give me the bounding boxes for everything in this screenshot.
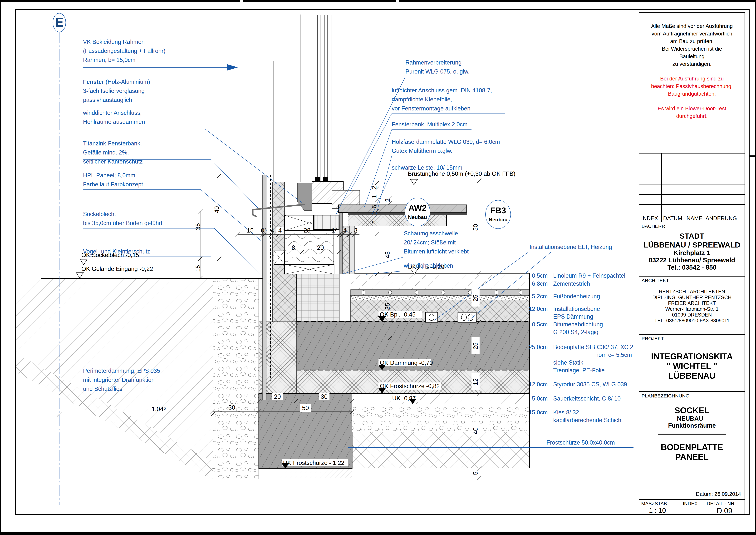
layer-list: 0,5cm Linoleum R9 + Feinspachtel 6,8cm Z… [529, 272, 633, 423]
ann-leiste: schwarze Leiste, 10/ 15mm [392, 164, 462, 171]
dim-c40-box: 40 [472, 422, 479, 439]
architekt-line2: DIPL.-ING. GÜNTHER RENTZSCH [639, 295, 744, 300]
gk-board [349, 226, 355, 274]
ann-perimeter-3: und Schutzflies [83, 385, 122, 392]
footer-div-2 [705, 500, 705, 514]
ann-fenster-2: 3-fach Isolierverglasung [83, 88, 145, 94]
rev-row-3 [639, 184, 744, 184]
ann-luftdicht-3: vor Fenstermontage aufkleben [392, 105, 471, 112]
note-black-3: am Bau zu prüfen. [639, 38, 744, 45]
list-4-text: EPS Dämmung [553, 313, 593, 320]
note-red-3: Baugrundgutachten. [639, 90, 744, 98]
plan-title: SOCKEL [639, 406, 744, 415]
ann-installebene: Installationsebene ELT, Heizung [529, 244, 612, 250]
dim-f20: 20 [274, 393, 281, 400]
dim-f30b: 30 [229, 404, 235, 411]
ann-vk-2: (Fassadengestaltung + Fallrohr) [83, 47, 165, 54]
ann-vk-1: VK Bekleidung Rahmen [83, 39, 145, 45]
ann-schaumglas-1: Schaumglasschwelle, [404, 230, 460, 237]
dim-c12-box: 12 [472, 373, 479, 390]
ann-fensterbank: Fensterbank, Multiplex 2,0cm [392, 121, 468, 128]
level-marker-open4 [410, 179, 418, 185]
list-5-text: Bitumenabdichtung [553, 321, 603, 328]
maszstab-label: MASZSTAB [641, 501, 667, 506]
ann-fenster-rest: (Holz-Aluminium) [104, 78, 150, 85]
architekt-line3: FREIER ARCHITEKT [639, 300, 744, 306]
drawing-sheet: E AW2 Neubau FB3 Neubau 15 0⁸ 4 4 28 1⁸ … [0, 0, 756, 535]
bauherr-line5: Tel.: 03542 - 850 [639, 264, 744, 271]
note-black-2: vom Auftragnehmer verantwortlich [639, 30, 744, 38]
ann-schaumglas-2: 20/ 24cm; Stöße mit [404, 239, 456, 246]
footer-row: MASZSTAB 1 : 10 INDEX DETAIL - NR. D 09 [639, 500, 745, 514]
plan-sub1: NEUBAU - [639, 415, 744, 422]
list-2-size: 5,2cm [532, 293, 548, 299]
ann-titanzink-2: Gefälle mind. 2%, [83, 149, 129, 156]
dim-8: 8 [292, 244, 295, 251]
dim-f30-box: 30 [319, 393, 330, 400]
index-label: INDEX [683, 501, 698, 506]
rev-row-2 [639, 174, 744, 174]
ann-frostschuerze: Frostschürze 50,0x40,0cm [547, 439, 615, 446]
aw2-sub: Neubau [408, 214, 427, 220]
zementestrich [351, 275, 529, 290]
dim-20i: 20 [317, 244, 324, 251]
list-12-text: Sauerkeitsschicht, C 8/ 10 [553, 395, 621, 402]
plan-label: PLANBEZEICHNUNG [641, 393, 689, 399]
dim-c25b: 25 [472, 343, 479, 349]
level-marker-open1 [80, 259, 87, 265]
dim-a6: 6 [371, 205, 378, 208]
dim-c50: 50 [472, 224, 479, 231]
architekt-line5: 01099 DRESDEN [639, 312, 744, 318]
architekt-line4: Werner-Hartmann-Str. 1 [639, 306, 744, 312]
ann-winddicht-ab: winddicht abkleben [404, 262, 453, 269]
dim-3: 3 [354, 227, 357, 234]
dim-b2: 2 [384, 199, 391, 202]
dim-f30: 30 [321, 393, 328, 400]
list-8-text: nom c= 5,5cm [595, 352, 632, 358]
perimeter-insulation-upper [272, 274, 297, 322]
blinding-layer [352, 394, 529, 404]
list-0-text: Linoleum R9 + Feinspachtel [553, 272, 625, 279]
list-3-text: Installationsebene [553, 306, 600, 312]
list-12-size: 5,0cm [532, 395, 548, 402]
architekt-line6: TEL. 0351/8809010 FAX 8809011 [639, 318, 744, 324]
dim-f50-box: 50 [300, 404, 311, 412]
detailnr-value: D 09 [717, 506, 732, 515]
ann-luftdicht-1: luftdichter Anschluss gem. DIN 4108-7, [392, 87, 492, 94]
rev-header-line [639, 214, 744, 214]
architekt-box: ARCHITEKT RENTZSCH I ARCHITEKTEN DIPL.-I… [639, 276, 745, 335]
dim-4b: 4 [278, 227, 282, 234]
eps-install-layer [351, 300, 529, 322]
dim-4b-box: 4 [277, 227, 284, 234]
dim-c40: 40 [472, 428, 479, 434]
bauherr-line3: Kirchplatz 1 [639, 249, 744, 257]
elektro-box-2 [458, 312, 476, 322]
dim-08: 0⁸ [261, 227, 267, 234]
dim-15: 15 [247, 227, 254, 234]
ann-titanzink-1: Titanzink-Fensterbank, [83, 140, 142, 147]
dim-a2: 2 [371, 186, 378, 189]
dim-total: 1,04⁵ [151, 406, 166, 412]
ann-holzfaser-2: Gutex Multitherm o.glw. [392, 148, 452, 154]
list-7-text: Bodenplatte StB C30/ 37, XC 2 [553, 344, 633, 351]
ann-winddicht-2: Hohlräume ausdämmen [83, 119, 145, 125]
dim-a1: 1 [371, 195, 378, 198]
bauherr-box: BAUHERR STADT LÜBBENAU / SPREEWALD Kirch… [639, 222, 745, 276]
level-marker-open2 [76, 273, 83, 278]
projekt-line3: LÜBBENAU [639, 371, 744, 380]
ann-schaumglas-3: Bitumen luftdicht verklebt [404, 248, 469, 255]
ann-vogel-1: Vogel- und Kleintierschutz [83, 248, 150, 255]
glass-spacer-1 [315, 177, 320, 182]
dim-28: 28 [304, 227, 310, 234]
dim-c25a: 25 [472, 295, 479, 301]
fussbodenheizung-strip [351, 290, 529, 296]
trittschall-layer [351, 296, 529, 300]
ann-rahmen-2: Purenit WLG 075, o. glw. [405, 68, 470, 75]
dim-c12: 12 [472, 379, 479, 385]
maszstab-value: 1 : 10 [649, 507, 666, 514]
list-14-text: kapillarberechende Schicht [553, 417, 623, 423]
list-5-size: 0,5cm [532, 321, 548, 328]
ann-holzfaser-1: Holzfaserdämmplatte WLG 039, d= 6,0cm [392, 138, 500, 145]
note-red-4: Es wird ein Blower-Door-Test [639, 105, 744, 112]
list-7-size: 25,0cm [529, 344, 548, 351]
